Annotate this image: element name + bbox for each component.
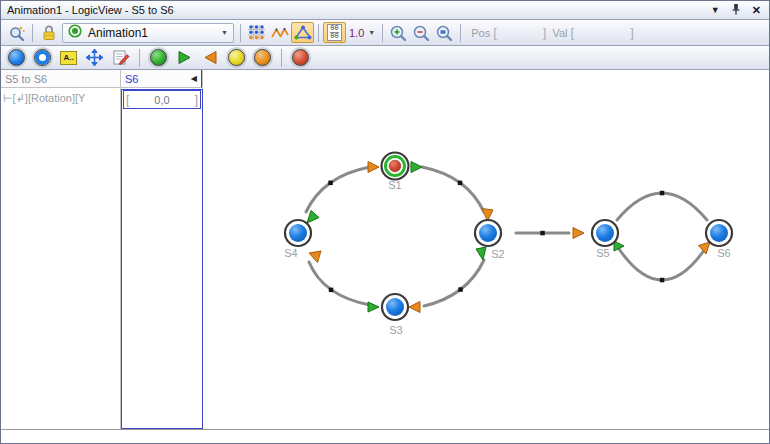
transition-handle[interactable] xyxy=(540,231,545,236)
titlebar-controls: ▼ ✕ xyxy=(711,1,763,19)
grid-view-button[interactable] xyxy=(245,22,268,43)
state-label: S6 xyxy=(717,247,730,259)
transition-s3-s4[interactable] xyxy=(309,262,370,305)
state-s3[interactable] xyxy=(382,294,408,320)
status-row xyxy=(1,429,769,443)
explore-button[interactable] xyxy=(5,22,28,43)
speed-select[interactable]: 1.0 ▼ xyxy=(346,27,378,39)
transition-handle[interactable] xyxy=(660,191,665,196)
property-row[interactable]: ⊢[↲][Rotation][Y xyxy=(1,88,120,108)
state-s1[interactable] xyxy=(382,153,409,180)
state-label: S5 xyxy=(596,247,609,259)
target-marker xyxy=(699,242,711,254)
separator xyxy=(240,24,241,42)
separator xyxy=(281,49,282,67)
zoom-fit-button[interactable] xyxy=(433,22,456,43)
target-marker xyxy=(309,251,321,263)
close-icon[interactable]: ✕ xyxy=(752,6,761,15)
property-column-header: S5 to S6 xyxy=(1,70,120,88)
value-cell[interactable]: [ 0,0 ] xyxy=(123,90,201,109)
pin-icon[interactable] xyxy=(731,1,741,19)
step-icon xyxy=(254,49,271,66)
state-label: S4 xyxy=(284,247,297,259)
target-marker xyxy=(409,302,420,313)
selected-column-highlight: [ 0,0 ] xyxy=(121,89,203,429)
transition-s1-s2[interactable] xyxy=(422,167,484,212)
chevron-down-icon: ▼ xyxy=(368,29,375,36)
source-marker xyxy=(476,247,486,260)
state-label: S1 xyxy=(388,179,401,191)
cell-value: 0,0 xyxy=(129,94,194,106)
titlebar: Animation1 - LogicView - S5 to S6 ▼ ✕ xyxy=(1,1,769,20)
animation-status-icon xyxy=(68,24,82,41)
property-expression: ⊢[↲][Rotation][Y xyxy=(3,92,85,105)
move-button[interactable] xyxy=(83,47,106,68)
state-s6[interactable] xyxy=(706,220,732,246)
transition-s5-s6[interactable] xyxy=(617,246,707,280)
ratio-display-button[interactable]: 00 00 xyxy=(323,22,346,43)
diagram-canvas[interactable]: S1 S2 S3 S4 S5 S6 xyxy=(203,70,769,427)
transition-handle[interactable] xyxy=(328,181,333,186)
separator xyxy=(382,24,383,42)
ratio-icon: 00 00 xyxy=(327,24,341,41)
state-icon xyxy=(8,49,25,66)
source-marker xyxy=(307,211,319,224)
collapse-column-icon[interactable]: ◀ xyxy=(191,75,197,83)
transition-s6-s5[interactable] xyxy=(617,193,707,220)
main-toolbar: Animation1 ▼ 00 00 1.0 ▼ xyxy=(1,20,769,46)
work-area: S5 to S6 ⊢[↲][Rotation][Y S6 ◀ [ 0,0 ] xyxy=(1,70,769,443)
stop-icon xyxy=(292,49,309,66)
animation-select[interactable]: Animation1 ▼ xyxy=(62,23,234,43)
state-label: S2 xyxy=(491,248,504,260)
run-button[interactable] xyxy=(147,47,170,68)
value-column-header[interactable]: S6 ◀ xyxy=(121,70,202,88)
transition-handle[interactable] xyxy=(660,278,665,283)
play-button[interactable] xyxy=(173,47,196,68)
transition-handle[interactable] xyxy=(458,287,463,292)
add-final-state-button[interactable] xyxy=(31,47,54,68)
window-title: Animation1 - LogicView - S5 to S6 xyxy=(7,4,174,16)
state-s5[interactable] xyxy=(592,220,618,246)
separator xyxy=(32,24,33,42)
transition-handle[interactable] xyxy=(329,288,334,293)
state-s2[interactable] xyxy=(475,220,501,246)
waveform-view-button[interactable] xyxy=(268,22,291,43)
play-reverse-icon xyxy=(203,50,218,65)
state-label: S3 xyxy=(389,324,402,336)
animation-select-value: Animation1 xyxy=(88,26,148,40)
separator xyxy=(318,24,319,42)
play-reverse-button[interactable] xyxy=(199,47,222,68)
step-button[interactable] xyxy=(251,47,274,68)
add-state-button[interactable] xyxy=(5,47,28,68)
chevron-down-icon: ▼ xyxy=(221,29,228,36)
source-marker xyxy=(368,302,379,312)
zoom-out-button[interactable] xyxy=(410,22,433,43)
separator xyxy=(139,49,140,67)
add-label-button[interactable]: A.. xyxy=(57,47,80,68)
transition-s4-s1[interactable] xyxy=(306,167,370,212)
val-label: Val xyxy=(552,27,567,39)
pause-button[interactable] xyxy=(225,47,248,68)
stop-button[interactable] xyxy=(289,47,312,68)
edit-button[interactable] xyxy=(109,47,132,68)
logicview-window: Animation1 - LogicView - S5 to S6 ▼ ✕ An… xyxy=(0,0,770,444)
target-marker xyxy=(368,162,379,173)
state-s4[interactable] xyxy=(285,220,311,246)
separator xyxy=(460,24,461,42)
zoom-in-button[interactable] xyxy=(387,22,410,43)
transition-handle[interactable] xyxy=(458,181,463,186)
label-icon: A.. xyxy=(60,51,76,65)
move-icon xyxy=(85,48,104,67)
tools-toolbar: A.. xyxy=(1,46,769,70)
pos-label: Pos xyxy=(471,27,490,39)
graph-view-button[interactable] xyxy=(291,22,314,43)
lock-button[interactable] xyxy=(37,22,60,43)
window-menu-arrow-icon[interactable]: ▼ xyxy=(711,6,720,15)
play-icon xyxy=(177,50,192,65)
pos-field: [ ] xyxy=(493,25,546,41)
transition-s2-s3[interactable] xyxy=(424,260,484,306)
pause-icon xyxy=(228,49,245,66)
property-column: S5 to S6 ⊢[↲][Rotation][Y xyxy=(1,70,121,443)
run-icon xyxy=(150,49,167,66)
val-field: [ ] xyxy=(571,25,634,41)
